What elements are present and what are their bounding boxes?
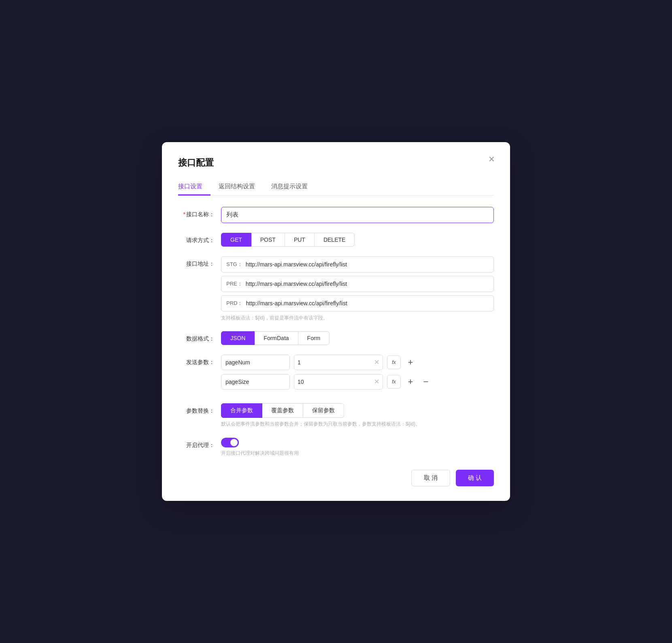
tab-return-structure[interactable]: 返回结构设置 [211, 179, 263, 196]
replace-buttons: 合并参数 覆盖参数 保留参数 [221, 403, 494, 418]
clear-icon-1[interactable]: ✕ [374, 358, 379, 366]
name-row: *接口名称： [178, 207, 494, 223]
proxy-toggle-wrap [221, 438, 494, 447]
format-json[interactable]: JSON [221, 331, 255, 345]
name-label: *接口名称： [178, 207, 215, 218]
method-put[interactable]: PUT [285, 233, 315, 247]
format-formdata[interactable]: FormData [255, 331, 298, 345]
proxy-content: 开启接口代理对解决跨域问题很有用 [221, 438, 494, 457]
cancel-button[interactable]: 取 消 [411, 470, 450, 486]
params-content: ✕ fx + ✕ fx + − [221, 355, 494, 394]
format-label: 数据格式： [178, 331, 215, 343]
url-label: 接口地址： [178, 256, 215, 268]
url-inputs: STG： PRE： PRD： 支持模板语法：${id}，前提是事件流中有该字段。 [221, 256, 494, 322]
url-row: 接口地址： STG： PRE： PRD： 支持模板语法：${id}，前提是事件流… [178, 256, 494, 322]
tab-message-hint[interactable]: 消息提示设置 [263, 179, 316, 196]
format-form[interactable]: Form [298, 331, 330, 345]
url-stg-prefix: STG： [226, 261, 242, 268]
format-group: JSON FormData Form [221, 331, 494, 345]
proxy-row: 开启代理： 开启接口代理对解决跨域问题很有用 [178, 438, 494, 457]
replace-label: 参数替换： [178, 403, 215, 415]
method-label: 请求方式： [178, 233, 215, 244]
param-key-1[interactable] [221, 355, 290, 370]
fx-btn-1[interactable]: fx [387, 356, 401, 369]
param-val-wrap-1: ✕ [294, 355, 383, 370]
toggle-knob [230, 439, 238, 446]
name-input[interactable] [221, 207, 494, 223]
tabs-container: 接口设置 返回结构设置 消息提示设置 [178, 179, 494, 196]
replace-override[interactable]: 覆盖参数 [262, 403, 303, 418]
tab-interface-settings[interactable]: 接口设置 [178, 179, 211, 196]
method-delete[interactable]: DELETE [315, 233, 355, 247]
replace-content: 合并参数 覆盖参数 保留参数 默认会把事件流参数和当前参数合并；保留参数为只取当… [221, 403, 494, 428]
url-pre-input[interactable] [246, 281, 489, 287]
name-input-wrapper [221, 207, 494, 223]
proxy-label: 开启代理： [178, 438, 215, 449]
dialog: 接口配置 ✕ 接口设置 返回结构设置 消息提示设置 *接口名称： 请求方式： G… [162, 142, 510, 501]
url-pre-prefix: PRE： [226, 280, 242, 287]
param-val-wrap-2: ✕ [294, 374, 383, 390]
url-prd-wrap: PRD： [221, 295, 494, 311]
param-val-1[interactable] [298, 359, 372, 366]
replace-hint: 默认会把事件流参数和当前参数合并；保留参数为只取当前参数，参数支持模板语法：${… [221, 420, 494, 428]
url-pre-wrap: PRE： [221, 276, 494, 292]
param-val-2[interactable] [298, 379, 372, 385]
remove-param-btn-2[interactable]: − [420, 376, 432, 388]
replace-keep[interactable]: 保留参数 [303, 403, 344, 418]
url-stg-input[interactable] [246, 261, 489, 268]
proxy-toggle[interactable] [221, 438, 239, 447]
params-row: 发送参数： ✕ fx + ✕ fx + − [178, 355, 494, 394]
method-post[interactable]: POST [251, 233, 285, 247]
method-get[interactable]: GET [221, 233, 251, 247]
add-param-btn-2[interactable]: + [405, 376, 416, 388]
dialog-title: 接口配置 [178, 157, 494, 169]
method-buttons: GET POST PUT DELETE [221, 233, 494, 247]
dialog-footer: 取 消 确 认 [178, 470, 494, 486]
params-label: 发送参数： [178, 355, 215, 366]
param-row-2: ✕ fx + − [221, 374, 494, 390]
fx-btn-2[interactable]: fx [387, 375, 401, 389]
confirm-button[interactable]: 确 认 [456, 470, 494, 486]
param-key-2[interactable] [221, 374, 290, 390]
url-prd-input[interactable] [246, 300, 489, 307]
format-row: 数据格式： JSON FormData Form [178, 331, 494, 345]
required-marker: * [183, 211, 185, 217]
clear-icon-2[interactable]: ✕ [374, 378, 379, 385]
replace-row: 参数替换： 合并参数 覆盖参数 保留参数 默认会把事件流参数和当前参数合并；保留… [178, 403, 494, 428]
method-row: 请求方式： GET POST PUT DELETE [178, 233, 494, 247]
url-prd-prefix: PRD： [226, 300, 242, 307]
proxy-hint: 开启接口代理对解决跨域问题很有用 [221, 450, 494, 457]
url-stg-wrap: STG： [221, 256, 494, 273]
format-buttons: JSON FormData Form [221, 331, 494, 345]
url-hint: 支持模板语法：${id}，前提是事件流中有该字段。 [221, 315, 494, 322]
param-row-1: ✕ fx + [221, 355, 494, 370]
add-param-btn-1[interactable]: + [405, 357, 416, 368]
close-button[interactable]: ✕ [486, 153, 497, 165]
replace-merge[interactable]: 合并参数 [221, 403, 262, 418]
method-group: GET POST PUT DELETE [221, 233, 494, 247]
